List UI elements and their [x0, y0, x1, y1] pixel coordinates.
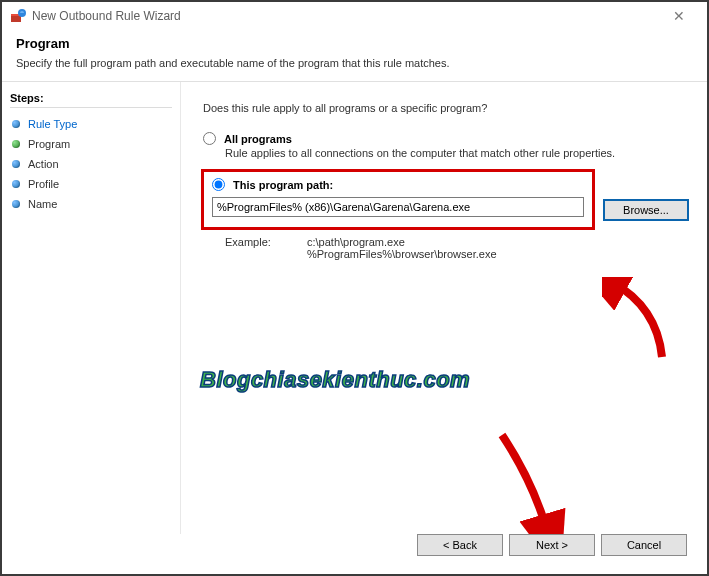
footer-buttons: < Back Next > Cancel	[417, 534, 687, 556]
step-profile[interactable]: Profile	[10, 174, 172, 194]
firewall-icon	[10, 8, 26, 24]
steps-title: Steps:	[10, 92, 172, 108]
example-lines: c:\path\program.exe %ProgramFiles%\brows…	[307, 236, 497, 260]
back-button[interactable]: < Back	[417, 534, 503, 556]
radio-this-path[interactable]	[212, 178, 225, 191]
step-bullet-icon	[12, 200, 20, 208]
example-label: Example:	[225, 236, 283, 260]
example-block: Example: c:\path\program.exe %ProgramFil…	[225, 236, 689, 260]
cancel-button[interactable]: Cancel	[601, 534, 687, 556]
option-all-programs: All programs Rule applies to all connect…	[203, 132, 689, 159]
title-bar: New Outbound Rule Wizard ✕	[2, 2, 707, 30]
program-path-input[interactable]	[212, 197, 584, 217]
close-icon[interactable]: ✕	[659, 8, 699, 24]
step-bullet-icon	[12, 160, 20, 168]
step-bullet-icon	[12, 140, 20, 148]
example-line-1: c:\path\program.exe	[307, 236, 405, 248]
step-program[interactable]: Program	[10, 134, 172, 154]
browse-button[interactable]: Browse...	[603, 199, 689, 221]
steps-sidebar: Steps: Rule Type Program Action Profile …	[2, 82, 180, 534]
next-button[interactable]: Next >	[509, 534, 595, 556]
step-bullet-icon	[12, 120, 20, 128]
window-title: New Outbound Rule Wizard	[32, 9, 659, 23]
page-header: Program Specify the full program path an…	[2, 30, 707, 77]
this-path-label: This program path:	[233, 179, 333, 191]
all-programs-label: All programs	[224, 133, 292, 145]
step-label: Action	[28, 158, 59, 170]
highlight-box: This program path:	[201, 169, 595, 230]
page-subtitle: Specify the full program path and execut…	[16, 57, 693, 69]
example-line-2: %ProgramFiles%\browser\browser.exe	[307, 248, 497, 260]
all-programs-desc: Rule applies to all connections on the c…	[225, 147, 689, 159]
step-name[interactable]: Name	[10, 194, 172, 214]
page-title: Program	[16, 36, 693, 51]
step-label: Name	[28, 198, 57, 210]
radio-all-programs[interactable]	[203, 132, 216, 145]
step-action[interactable]: Action	[10, 154, 172, 174]
step-label: Program	[28, 138, 70, 150]
step-rule-type[interactable]: Rule Type	[10, 114, 172, 134]
step-label: Profile	[28, 178, 59, 190]
step-label: Rule Type	[28, 118, 77, 130]
step-bullet-icon	[12, 180, 20, 188]
question-text: Does this rule apply to all programs or …	[203, 102, 689, 114]
main-panel: Does this rule apply to all programs or …	[181, 82, 707, 534]
